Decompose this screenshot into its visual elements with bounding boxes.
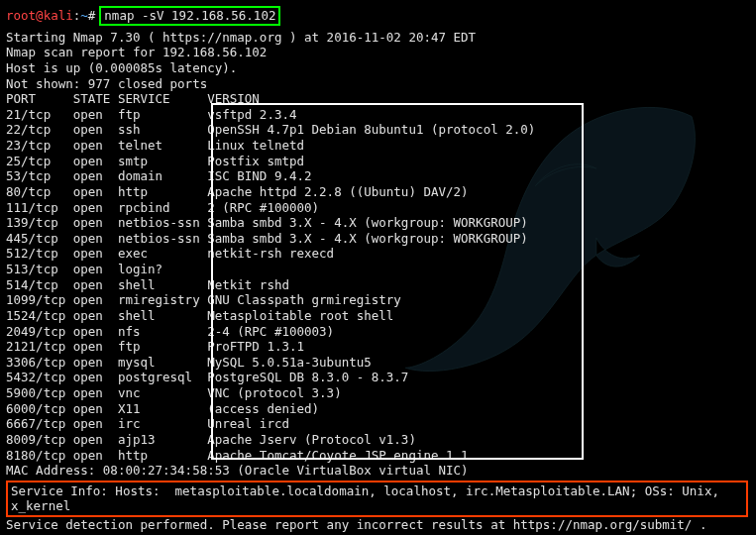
port-line: 6667/tcp open irc Unreal ircd: [6, 416, 289, 431]
table-header: PORT STATE SERVICE VERSION: [6, 91, 260, 106]
footer-line1: Service detection performed. Please repo…: [6, 517, 706, 532]
port-line: 1524/tcp open shell Metasploitable root …: [6, 308, 393, 323]
port-line: 8009/tcp open ajp13 Apache Jserv (Protoc…: [6, 432, 416, 447]
preamble-line3: Host is up (0.000085s latency).: [6, 60, 237, 75]
port-line: 445/tcp open netbios-ssn Samba smbd 3.X …: [6, 231, 528, 246]
port-line: 5432/tcp open postgresql PostgreSQL DB 8…: [6, 370, 408, 384]
port-line: 3306/tcp open mysql MySQL 5.0.51a-3ubunt…: [6, 355, 372, 370]
preamble-line4: Not shown: 977 closed ports: [6, 76, 207, 91]
preamble-line1: Starting Nmap 7.30 ( https://nmap.org ) …: [6, 30, 476, 45]
port-line: 2121/tcp open ftp ProFTPD 1.3.1: [6, 339, 304, 354]
prompt-host: kali: [44, 8, 73, 24]
port-line: 5900/tcp open vnc VNC (protocol 3.3): [6, 385, 342, 400]
port-line: 21/tcp open ftp vsftpd 2.3.4: [6, 107, 297, 122]
prompt-at: @: [36, 8, 44, 24]
port-line: 1099/tcp open rmiregistry GNU Classpath …: [6, 292, 401, 307]
port-line: 2049/tcp open nfs 2-4 (RPC #100003): [6, 324, 334, 339]
prompt-hash: #: [88, 8, 96, 24]
port-line: 111/tcp open rpcbind 2 (RPC #100000): [6, 200, 319, 215]
prompt-path: ~: [80, 8, 88, 24]
port-line: 139/tcp open netbios-ssn Samba smbd 3.X …: [6, 215, 528, 230]
nmap-footer: Service detection performed. Please repo…: [6, 517, 750, 535]
port-line: 80/tcp open http Apache httpd 2.2.8 ((Ub…: [6, 184, 469, 199]
port-line: 514/tcp open shell Netkit rshd: [6, 277, 289, 292]
prompt-colon: :: [73, 8, 81, 24]
mac-address-line: MAC Address: 08:00:27:34:58:53 (Oracle V…: [6, 463, 469, 478]
command-text[interactable]: nmap -sV 192.168.56.102: [104, 8, 275, 23]
shell-prompt-line: root@kali:~# nmap -sV 192.168.56.102: [6, 6, 750, 26]
prompt-user: root: [6, 8, 36, 24]
command-highlight-box: nmap -sV 192.168.56.102: [99, 6, 280, 26]
service-info-highlight-box: Service Info: Hosts: metasploitable.loca…: [6, 481, 748, 517]
preamble-line2: Nmap scan report for 192.168.56.102: [6, 45, 267, 59]
port-line: 6000/tcp open X11 (access denied): [6, 401, 319, 416]
nmap-preamble: Starting Nmap 7.30 ( https://nmap.org ) …: [6, 30, 750, 479]
port-line: 22/tcp open ssh OpenSSH 4.7p1 Debian 8ub…: [6, 122, 535, 137]
port-line: 53/tcp open domain ISC BIND 9.4.2: [6, 168, 312, 183]
port-line: 513/tcp open login?: [6, 262, 162, 276]
service-info-text: Service Info: Hosts: metasploitable.loca…: [11, 483, 743, 514]
port-line: 25/tcp open smtp Postfix smtpd: [6, 154, 304, 168]
port-line: 8180/tcp open http Apache Tomcat/Coyote …: [6, 448, 469, 463]
port-line: 23/tcp open telnet Linux telnetd: [6, 138, 304, 153]
port-line: 512/tcp open exec netkit-rsh rexecd: [6, 246, 334, 261]
